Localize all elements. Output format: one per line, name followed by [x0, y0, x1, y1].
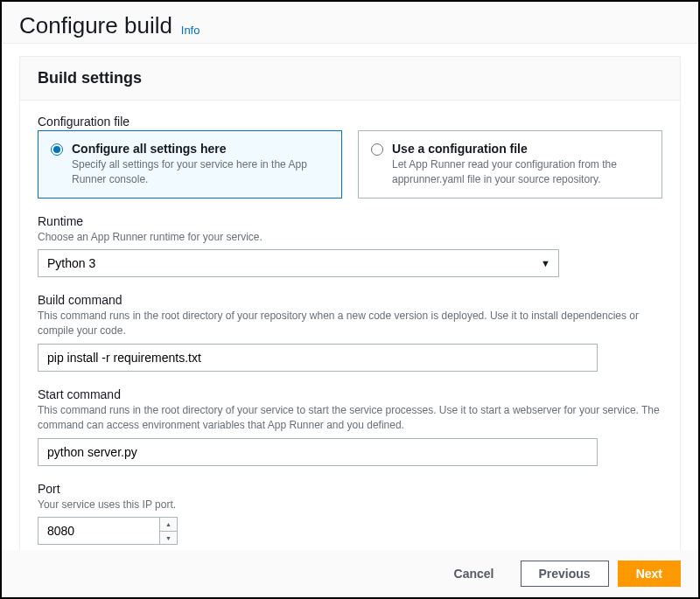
runtime-hint: Choose an App Runner runtime for your se…: [38, 230, 662, 245]
radio-content-here: Configure all settings here Specify all …: [72, 142, 329, 187]
radio-input-here[interactable]: [51, 142, 63, 158]
previous-button[interactable]: Previous: [521, 561, 609, 587]
radio-use-config-file[interactable]: Use a configuration file Let App Runner …: [358, 130, 662, 199]
start-command-label: Start command: [38, 387, 662, 401]
cancel-button[interactable]: Cancel: [437, 561, 512, 586]
radio-here-desc: Specify all settings for your service he…: [72, 157, 329, 187]
wizard-footer: Cancel Previous Next: [2, 550, 698, 597]
config-radio-group: Configure all settings here Specify all …: [38, 130, 662, 199]
build-command-label: Build command: [38, 293, 662, 307]
page-header: Configure build Info: [2, 2, 698, 44]
radio-here-title: Configure all settings here: [72, 142, 329, 156]
runtime-group: Runtime Choose an App Runner runtime for…: [38, 214, 662, 278]
build-settings-panel: Build settings Configuration file Config…: [19, 56, 681, 568]
build-command-input[interactable]: [38, 344, 598, 372]
spinner-down-icon[interactable]: ▼: [160, 532, 177, 545]
start-command-input[interactable]: [38, 438, 598, 466]
build-command-group: Build command This command runs in the r…: [38, 293, 662, 372]
panel-title: Build settings: [38, 69, 662, 87]
radio-configure-here[interactable]: Configure all settings here Specify all …: [38, 130, 342, 199]
info-link[interactable]: Info: [181, 24, 200, 37]
port-input-wrap: ▲ ▼: [38, 517, 178, 545]
radio-file-title: Use a configuration file: [392, 142, 649, 156]
config-file-label: Configuration file: [38, 115, 662, 129]
radio-icon: [371, 143, 383, 156]
start-command-group: Start command This command runs in the r…: [38, 387, 662, 466]
port-input[interactable]: [38, 517, 178, 545]
runtime-label: Runtime: [38, 214, 662, 228]
start-command-hint: This command runs in the root directory …: [38, 403, 662, 433]
port-hint: Your service uses this IP port.: [38, 498, 662, 512]
port-group: Port Your service uses this IP port. ▲ ▼: [38, 482, 662, 546]
page-title: Configure build: [19, 12, 172, 38]
spinner-up-icon[interactable]: ▲: [160, 518, 177, 532]
runtime-select[interactable]: [38, 249, 559, 277]
radio-icon: [51, 143, 63, 156]
radio-input-file[interactable]: [371, 142, 383, 158]
port-spinner: ▲ ▼: [159, 518, 177, 544]
radio-file-desc: Let App Runner read your configuration f…: [392, 157, 649, 187]
panel-body: Configuration file Configure all setting…: [20, 101, 680, 568]
configuration-file-group: Configuration file Configure all setting…: [38, 115, 662, 199]
next-button[interactable]: Next: [618, 561, 681, 587]
runtime-select-wrap: ▼: [38, 249, 559, 277]
port-label: Port: [38, 482, 662, 496]
panel-header: Build settings: [20, 57, 680, 101]
build-command-hint: This command runs in the root directory …: [38, 309, 662, 338]
radio-content-file: Use a configuration file Let App Runner …: [392, 142, 649, 187]
content-area: Build settings Configuration file Config…: [2, 44, 698, 568]
